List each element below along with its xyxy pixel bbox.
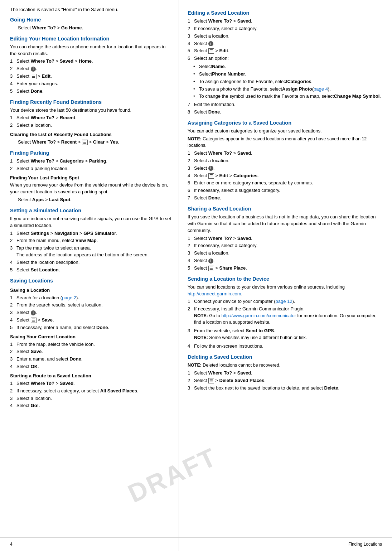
info-icon: i [208, 41, 213, 46]
list-item: 5Enter one or more category names, separ… [188, 180, 382, 187]
list-item: 3Select a location. [188, 250, 382, 257]
heading-finding-recent: Finding Recently Found Destinations [10, 98, 171, 106]
list-item: 4Select the location description. [10, 259, 171, 266]
list-item: 1Search for a location (page 2). [10, 295, 171, 301]
list-item: 2Select a location. [10, 122, 171, 129]
editing-home-steps: 1Select Where To? > Saved > Home. 2Selec… [10, 58, 171, 95]
list-item: 4Select i. [188, 40, 382, 47]
heading-finding-parking: Finding Parking [10, 149, 171, 157]
list-item: 1Select Where To? > Saved > Home. [10, 58, 171, 65]
deleting-note: NOTE: Deleted locations cannot be recove… [188, 362, 382, 368]
list-item: 4Select ☰ > Edit > Categories. [188, 173, 382, 179]
clearing-recent-instruction: Select Where To? > Recent > ☰ > Clear > … [18, 139, 171, 146]
menu-icon: ☰ [31, 318, 37, 323]
list-item: 2If necessary, select a category. [188, 242, 382, 249]
page2-link[interactable]: page 2 [62, 295, 76, 300]
section-sending-location: Sending a Location to the Device You can… [188, 275, 382, 350]
menu-icon: ☰ [208, 266, 214, 271]
footer-section-title: Finding Locations [348, 541, 382, 547]
list-item: 1Connect your device to your computer (p… [188, 298, 382, 305]
subheading-last-parking: Finding Your Last Parking Spot [10, 175, 171, 182]
right-column: Editing a Saved Location 1Select Where T… [179, 0, 392, 551]
list-item: 7Select Done. [188, 195, 382, 202]
list-item: 5Select ☰ > Edit. [188, 48, 382, 54]
section-simulated-location: Setting a Simulated Location If you are … [10, 207, 171, 274]
list-item: 3 Tap the map twice to select an area. T… [10, 245, 171, 258]
info-icon: i [31, 310, 36, 315]
list-item: 5Select Done. [10, 88, 171, 95]
list-item: 1Select Where To? > Categories > Parking… [10, 158, 171, 165]
heading-editing-home: Editing Your Home Location Information [10, 35, 171, 43]
section-going-home: Going Home Select Where To? > Go Home. [10, 16, 171, 32]
subheading-saving-a-location: Saving a Location [10, 287, 171, 294]
assigning-categories-intro: You can add custom categories to organiz… [188, 128, 382, 135]
list-item: 5Select Set Location. [10, 267, 171, 274]
page: The location is saved as "Home" in the S… [0, 0, 392, 551]
list-item: 3Select i. [10, 309, 171, 316]
subheading-clearing-recent: Clearing the List of Recently Found Loca… [10, 131, 171, 138]
editing-home-intro: You can change the address or phone numb… [10, 44, 171, 57]
last-parking-intro: When you remove your device from the veh… [10, 182, 171, 195]
page4-link[interactable]: page 4 [314, 86, 328, 93]
finding-parking-steps: 1Select Where To? > Categories > Parking… [10, 158, 171, 172]
list-item: 2From the main menu, select View Map. [10, 237, 171, 244]
editing-saved-steps: 1Select Where To? > Saved. 2If necessary… [188, 18, 382, 62]
list-item: 3Select a location. [10, 395, 171, 402]
garmin-connect-link[interactable]: http://connect.garmin.com [188, 291, 241, 296]
subheading-starting-route: Starting a Route to a Saved Location [10, 373, 171, 380]
section-saving-locations: Saving Locations Saving a Location 1Sear… [10, 277, 171, 410]
list-item: 4Select ☰ > Save. [10, 317, 171, 324]
info-icon: i [208, 258, 213, 264]
heading-assigning-categories: Assigning Categories to a Saved Location [188, 119, 382, 127]
list-item: 1Select Where To? > Saved. [188, 235, 382, 242]
saving-current-steps: 1From the map, select the vehicle icon. … [10, 341, 171, 370]
heading-saving-locations: Saving Locations [10, 277, 171, 285]
heading-deleting-saved: Deleting a Saved Location [188, 353, 382, 361]
section-finding-parking: Finding Parking 1Select Where To? > Cate… [10, 149, 171, 203]
subheading-saving-current: Saving Your Current Location [10, 334, 171, 340]
section-finding-recent: Finding Recently Found Destinations Your… [10, 98, 171, 146]
list-item: 5Select ☰ > Share Place. [188, 265, 382, 272]
top-note: The location is saved as "Home" in the S… [10, 6, 171, 13]
editing-saved-options: Select Name. Select Phone Number. To ass… [193, 63, 382, 100]
simulated-location-steps: 1Select Settings > Navigation > GPS Simu… [10, 230, 171, 274]
list-item: To save a photo with the Favorite, selec… [193, 86, 382, 93]
assigning-categories-note: NOTE: Categories appear in the saved loc… [188, 136, 382, 149]
heading-editing-saved: Editing a Saved Location [188, 9, 382, 17]
finding-recent-intro: Your device stores the last 50 destinati… [10, 107, 171, 114]
sending-location-intro: You can send locations to your device fr… [188, 284, 382, 298]
list-item: 4Enter your changes. [10, 81, 171, 87]
section-deleting-saved: Deleting a Saved Location NOTE: Deleted … [188, 353, 382, 392]
list-item: 2Select ☰ > Delete Saved Places. [188, 377, 382, 384]
list-item: 4Select Go!. [10, 402, 171, 409]
heading-sharing-saved: Sharing a Saved Location [188, 205, 382, 213]
list-item: 2From the search results, select a locat… [10, 302, 171, 309]
list-item: To assign categories to the Favorite, se… [193, 78, 382, 85]
list-item: 2Select Save. [10, 348, 171, 355]
list-item: 7Edit the information. [188, 101, 382, 108]
garmin-communicator-link[interactable]: http://www.garmin.com/communicator [221, 313, 296, 318]
finding-recent-steps: 1Select Where To? > Recent. 2Select a lo… [10, 115, 171, 129]
last-parking-instruction: Select Apps > Last Spot. [18, 197, 171, 203]
sharing-saved-intro: If you save the location of a business t… [188, 214, 382, 234]
list-item: To change the symbol used to mark the Fa… [193, 93, 382, 100]
footer-page-number: 4 [10, 541, 13, 547]
list-item: 6Select an option: [188, 55, 382, 62]
list-item: 1Select Where To? > Recent. [10, 115, 171, 121]
list-item: 2Select a location. [188, 158, 382, 164]
list-item: 2Select a parking location. [10, 165, 171, 172]
page12-link[interactable]: page 12 [276, 299, 292, 304]
list-item: 1Select Where To? > Saved. [188, 150, 382, 157]
heading-simulated-location: Setting a Simulated Location [10, 207, 171, 214]
section-sharing-saved: Sharing a Saved Location If you save the… [188, 205, 382, 272]
menu-icon: ☰ [31, 74, 37, 79]
editing-saved-after: 7Edit the information. 8Select Done. [188, 101, 382, 116]
list-item: 2If necessary, select a category, or sel… [10, 388, 171, 395]
list-item: 1Select Where To? > Saved. [188, 18, 382, 25]
list-item: 6If necessary, select a suggested catego… [188, 187, 382, 194]
sharing-saved-steps: 1Select Where To? > Saved. 2If necessary… [188, 235, 382, 272]
list-item: 3Select the box next to the saved locati… [188, 385, 382, 392]
menu-icon: ☰ [208, 173, 214, 179]
section-editing-home: Editing Your Home Location Information Y… [10, 35, 171, 95]
list-item: 5If necessary, enter a name, and select … [10, 324, 171, 331]
